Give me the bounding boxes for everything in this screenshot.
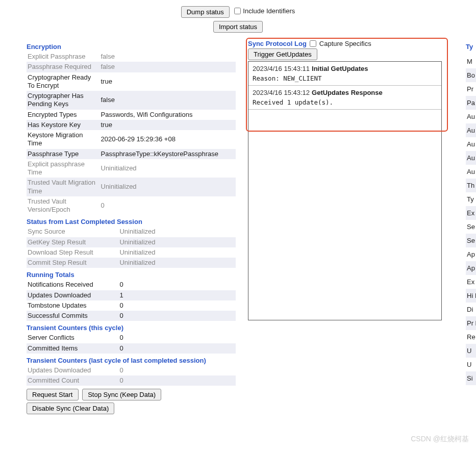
capture-specifics-checkbox[interactable] bbox=[310, 40, 316, 47]
list-item[interactable]: Bo bbox=[466, 68, 476, 82]
table-value: Uninitialized bbox=[118, 227, 236, 237]
list-item[interactable]: U bbox=[466, 358, 476, 371]
section-title-last-session: Status from Last Completed Session bbox=[27, 215, 236, 227]
transient-cycle-table: Server Conflicts0Committed Items0 bbox=[27, 333, 236, 354]
table-key: Cryptographer Has Pending Keys bbox=[27, 91, 100, 110]
table-key: GetKey Step Result bbox=[27, 237, 118, 247]
include-identifiers-label: Include Identifiers bbox=[243, 7, 295, 15]
list-item[interactable]: Se bbox=[466, 220, 476, 234]
list-item[interactable]: Au bbox=[466, 137, 476, 151]
list-item[interactable]: Ex se bbox=[466, 275, 476, 289]
table-value: 0 bbox=[118, 343, 236, 354]
list-item[interactable]: Ty bbox=[466, 192, 476, 206]
list-item[interactable]: Th bbox=[466, 179, 476, 192]
table-row: Encrypted TypesPasswords, Wifi Configura… bbox=[27, 110, 236, 120]
table-key: Encrypted Types bbox=[27, 110, 100, 120]
section-title-encryption: Encryption bbox=[27, 40, 236, 52]
list-item[interactable]: Au O bbox=[466, 165, 476, 179]
right-column: Ty MBoPrPaAuAuAuAu MAu OThTyExSeSeApApEx… bbox=[466, 40, 476, 385]
table-key: Trusted Vault Migration Time bbox=[27, 178, 100, 196]
list-item[interactable]: Au bbox=[466, 110, 476, 123]
running-totals-table: Notifications Received0Updates Downloade… bbox=[27, 280, 236, 321]
protocol-log-column: Sync Protocol Log Capture Specifics Trig… bbox=[248, 40, 442, 320]
list-item[interactable]: Pa bbox=[466, 96, 476, 110]
table-key: Server Conflicts bbox=[27, 333, 118, 343]
table-key: Notifications Received bbox=[27, 280, 118, 290]
table-key: Keystore Migration Time bbox=[27, 130, 100, 149]
transient-last-table: Updates Downloaded0Committed Count0 bbox=[27, 365, 236, 386]
last-session-table: Sync SourceUninitializedGetKey Step Resu… bbox=[27, 227, 236, 268]
table-row: Notifications Received0 bbox=[27, 280, 236, 290]
table-row: Updates Downloaded1 bbox=[27, 290, 236, 300]
table-row: Has Keystore Keytrue bbox=[27, 120, 236, 130]
table-key: Updates Downloaded bbox=[27, 290, 118, 300]
list-item[interactable]: M bbox=[466, 55, 476, 68]
list-item[interactable]: U bbox=[466, 344, 476, 358]
table-key: Passphrase Required bbox=[27, 62, 100, 72]
log-body: Reason: NEW_CLIENT bbox=[253, 72, 437, 82]
disable-sync-button[interactable]: Disable Sync (Clear Data) bbox=[27, 403, 114, 414]
request-start-button[interactable]: Request Start bbox=[27, 389, 79, 400]
table-value: 0 bbox=[118, 333, 236, 343]
left-column: Encryption Explicit PassphrasefalsePassp… bbox=[27, 40, 236, 416]
list-item[interactable]: Pr Pr bbox=[466, 316, 476, 330]
list-item[interactable]: Se bbox=[466, 234, 476, 247]
table-row: Passphrase Requiredfalse bbox=[27, 62, 236, 72]
stop-sync-button[interactable]: Stop Sync (Keep Data) bbox=[82, 389, 161, 400]
table-row: Explicit Passphrasefalse bbox=[27, 52, 236, 62]
list-item[interactable]: Re bbox=[466, 330, 476, 344]
table-row: Cryptographer Ready To Encrypttrue bbox=[27, 72, 236, 91]
table-row: Commit Step ResultUninitialized bbox=[27, 258, 236, 268]
table-value: 0 bbox=[100, 196, 236, 215]
table-key: Download Step Result bbox=[27, 247, 118, 258]
watermark-text: CSDN @红烧柯基 bbox=[411, 435, 469, 444]
encryption-table: Explicit PassphrasefalsePassphrase Requi… bbox=[27, 52, 236, 215]
table-value: Uninitialized bbox=[118, 237, 236, 247]
list-item[interactable]: Si bbox=[466, 371, 476, 385]
table-row: Tombstone Updates0 bbox=[27, 300, 236, 311]
table-value: 1 bbox=[118, 290, 236, 300]
log-entry[interactable]: 2023/4/16 15:43:12GetUpdates ResponseRec… bbox=[248, 85, 441, 109]
table-row: Explicit passphrase TimeUninitialized bbox=[27, 159, 236, 178]
include-identifiers-checkbox[interactable] bbox=[234, 8, 241, 14]
list-item[interactable]: Ap bbox=[466, 247, 476, 261]
dump-status-button[interactable]: Dump status bbox=[181, 6, 230, 18]
table-value: 0 bbox=[118, 311, 236, 321]
log-entry[interactable]: 2023/4/16 15:43:11Initial GetUpdatesReas… bbox=[248, 62, 441, 85]
log-body: Received 1 update(s). bbox=[253, 96, 437, 106]
table-row: Keystore Migration Time2020-06-29 15:29:… bbox=[27, 130, 236, 149]
import-status-button[interactable]: Import status bbox=[213, 21, 263, 33]
list-item[interactable]: Ap bbox=[466, 261, 476, 275]
trigger-getupdates-button[interactable]: Trigger GetUpdates bbox=[248, 48, 317, 60]
section-title-transient-last: Transient Counters (last cycle of last c… bbox=[27, 354, 236, 365]
list-item[interactable]: Ex bbox=[466, 206, 476, 220]
section-title-transient-cycle: Transient Counters (this cycle) bbox=[27, 321, 236, 333]
table-value: 2020-06-29 15:29:36 +08 bbox=[100, 130, 236, 149]
table-value: true bbox=[100, 120, 236, 130]
table-value: false bbox=[100, 52, 236, 62]
log-title: GetUpdates Response bbox=[312, 89, 383, 96]
table-row: GetKey Step ResultUninitialized bbox=[27, 237, 236, 247]
section-title-protocol-log: Sync Protocol Log bbox=[248, 40, 307, 47]
list-item[interactable]: Hi Di bbox=[466, 289, 476, 303]
table-key: Successful Commits bbox=[27, 311, 118, 321]
log-timestamp: 2023/4/16 15:43:11 bbox=[253, 65, 310, 72]
list-item[interactable]: Di bbox=[466, 303, 476, 316]
list-item[interactable]: Au M bbox=[466, 151, 476, 165]
table-row: Server Conflicts0 bbox=[27, 333, 236, 343]
table-key: Explicit passphrase Time bbox=[27, 159, 100, 178]
table-key: Passphrase Type bbox=[27, 149, 100, 159]
table-key: Cryptographer Ready To Encrypt bbox=[27, 72, 100, 91]
table-row: Successful Commits0 bbox=[27, 311, 236, 321]
table-value: false bbox=[100, 91, 236, 110]
table-key: Committed Count bbox=[27, 375, 118, 386]
table-value: 0 bbox=[118, 365, 236, 375]
table-row: Committed Items0 bbox=[27, 343, 236, 354]
table-value: 0 bbox=[118, 300, 236, 311]
table-key: Committed Items bbox=[27, 343, 118, 354]
table-row: Trusted Vault Migration TimeUninitialize… bbox=[27, 178, 236, 196]
table-row: Cryptographer Has Pending Keysfalse bbox=[27, 91, 236, 110]
table-value: Uninitialized bbox=[100, 159, 236, 178]
list-item[interactable]: Au bbox=[466, 123, 476, 137]
list-item[interactable]: Pr bbox=[466, 82, 476, 96]
